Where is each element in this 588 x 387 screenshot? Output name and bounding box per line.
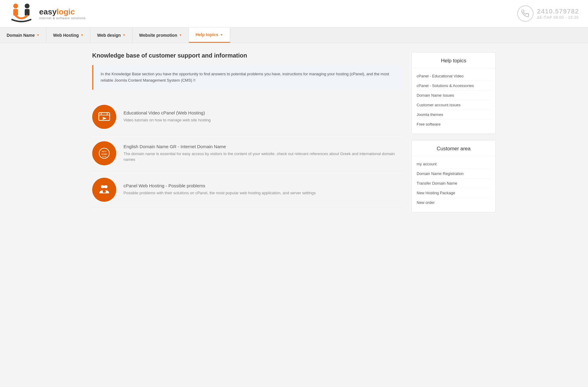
nav-item-domain-name[interactable]: Domain Name ▼ (0, 27, 46, 43)
logo-area: easylogic internet & software solutions (9, 3, 86, 24)
article-desc-domain-name-gr: The domain name is essential for easy ac… (124, 151, 402, 163)
article-item-educational-video[interactable]: Educational Video cPanel (Web Hosting) V… (92, 99, 402, 135)
nav-arrow-domain-name: ▼ (36, 33, 39, 37)
content-area: Knowledge base of customer support and i… (92, 52, 402, 218)
article-title-cpanel-problems[interactable]: cPanel Web Hosting - Possible problems (124, 183, 316, 188)
svg-rect-3 (25, 9, 30, 16)
svg-marker-8 (103, 117, 107, 120)
sidebar: Help topics cPanel - Educational Video c… (411, 52, 496, 218)
nav-arrow-website-promotion: ▼ (179, 33, 182, 37)
sidebar-box-customer-area: Customer area my account Domain Name Reg… (411, 140, 496, 212)
sidebar-link-cpanel-video[interactable]: cPanel - Educational Video (417, 71, 491, 81)
info-text: In the Knowledge Base section you have t… (101, 72, 389, 83)
svg-rect-15 (103, 190, 106, 193)
article-title-domain-name-gr[interactable]: English Domain Name GR - Internet Domain… (124, 144, 402, 149)
navbar: Domain Name ▼ Web Hosting ▼ Web design ▼… (0, 27, 588, 43)
nav-arrow-help-topics: ▼ (220, 33, 223, 36)
phone-hours: ΔΕ-ΠΑΡ 08:00 - 15:30 (537, 15, 579, 20)
svg-text:enom: enom (102, 153, 107, 155)
logo-easy: easy (39, 7, 57, 16)
article-icon-domain: EETT enom TEAM (92, 141, 116, 165)
phone-number: 2410.579782 (537, 8, 579, 15)
sidebar-link-free-software[interactable]: Free software (417, 120, 491, 129)
nav-label-web-hosting: Web Hosting (53, 33, 79, 38)
sidebar-link-my-account[interactable]: my account (417, 159, 491, 169)
nav-item-website-promotion[interactable]: Website promotion ▼ (133, 27, 189, 43)
logo-sub: internet & software solutions (39, 17, 86, 20)
nav-item-web-hosting[interactable]: Web Hosting ▼ (46, 27, 90, 43)
sidebar-link-customer-account[interactable]: Customer account issues (417, 100, 491, 110)
sidebar-link-domain-registration[interactable]: Domain Name Registration (417, 169, 491, 179)
nav-label-domain-name: Domain Name (7, 33, 35, 38)
svg-point-16 (103, 186, 105, 188)
logo-icon (9, 3, 36, 24)
article-desc-educational-video: Video tutorials on how to manage web sit… (124, 117, 211, 123)
article-item-domain-name-gr[interactable]: EETT enom TEAM English Domain Name GR - … (92, 135, 402, 172)
sidebar-link-cpanel-solutions[interactable]: cPanel - Solutions & Accessories (417, 81, 491, 91)
sidebar-customer-area-links: my account Domain Name Registration Tran… (412, 156, 496, 212)
nav-label-help-topics: Help topics (195, 32, 218, 37)
article-icon-server (92, 178, 116, 202)
sidebar-link-new-order[interactable]: New order (417, 198, 491, 207)
phone-icon (517, 5, 533, 22)
article-title-educational-video[interactable]: Educational Video cPanel (Web Hosting) (124, 110, 211, 115)
nav-arrow-web-design: ▼ (123, 33, 126, 37)
article-item-cpanel-problems[interactable]: cPanel Web Hosting - Possible problems P… (92, 172, 402, 208)
sidebar-help-topics-links: cPanel - Educational Video cPanel - Solu… (412, 68, 496, 134)
sidebar-box-help-topics: Help topics cPanel - Educational Video c… (411, 52, 496, 134)
phone-info: 2410.579782 ΔΕ-ΠΑΡ 08:00 - 15:30 (537, 8, 579, 20)
svg-point-0 (13, 4, 18, 8)
article-text-domain-name-gr: English Domain Name GR - Internet Domain… (124, 144, 402, 163)
article-icon-video (92, 105, 116, 129)
nav-arrow-web-hosting: ▼ (81, 33, 84, 37)
svg-text:TEAM: TEAM (102, 156, 106, 158)
svg-point-2 (25, 4, 30, 8)
svg-rect-1 (13, 9, 18, 16)
logo-brand: easylogic (39, 7, 86, 17)
logo-text: easylogic internet & software solutions (39, 7, 86, 20)
main-container: Knowledge base of customer support and i… (86, 43, 502, 227)
page-title: Knowledge base of customer support and i… (92, 52, 402, 59)
sidebar-link-domain-issues[interactable]: Domain Name Issues (417, 91, 491, 100)
logo-logic: logic (57, 7, 75, 16)
article-desc-cpanel-problems: Possible problems with their solutions o… (124, 190, 316, 196)
svg-text:EETT: EETT (102, 151, 107, 152)
nav-label-web-design: Web design (97, 33, 120, 38)
article-text-educational-video: Educational Video cPanel (Web Hosting) V… (124, 110, 211, 123)
sidebar-help-topics-title: Help topics (412, 52, 496, 68)
nav-label-website-promotion: Website promotion (139, 33, 177, 38)
article-text-cpanel-problems: cPanel Web Hosting - Possible problems P… (124, 183, 316, 196)
sidebar-customer-area-title: Customer area (412, 140, 496, 156)
phone-area: 2410.579782 ΔΕ-ΠΑΡ 08:00 - 15:30 (517, 5, 579, 22)
header: easylogic internet & software solutions … (0, 0, 588, 27)
sidebar-link-new-hosting[interactable]: New Hosting Package (417, 188, 491, 198)
svg-rect-4 (99, 113, 110, 120)
nav-item-web-design[interactable]: Web design ▼ (90, 27, 132, 43)
sidebar-link-joomla-themes[interactable]: Joomla themes (417, 110, 491, 120)
nav-item-help-topics[interactable]: Help topics ▼ (189, 27, 230, 43)
sidebar-link-transfer-domain[interactable]: Transfer Domain Name (417, 179, 491, 188)
info-box: In the Knowledge Base section you have t… (92, 65, 402, 90)
